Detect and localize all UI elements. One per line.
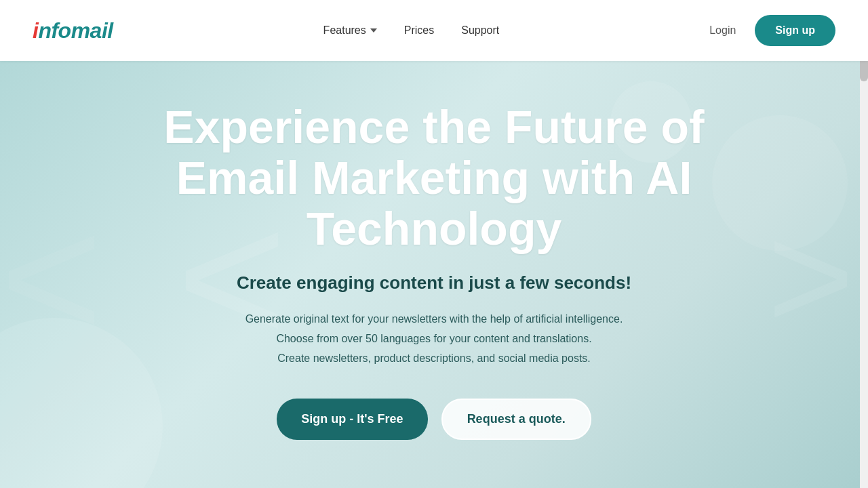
hero-title: Experience the Future of Email Marketing… [129,102,739,253]
support-link[interactable]: Support [461,24,499,36]
bg-arrow-left2: < [0,189,103,365]
navbar: infomail Features Prices Support Login S… [0,0,868,61]
login-link[interactable]: Login [709,24,736,37]
hero-subtitle: Create engaging content in just a few se… [237,272,631,293]
logo[interactable]: infomail [33,18,113,43]
hero-section: < < > Experience the Future of Email Mar… [0,61,868,488]
hero-desc-line-1: Generate original text for your newslett… [245,310,623,329]
nav-item-prices[interactable]: Prices [404,24,434,37]
nav-links: Features Prices Support [323,24,500,37]
prices-link[interactable]: Prices [404,24,434,36]
scrollbar-track[interactable] [860,0,868,488]
hero-desc-line-2: Choose from over 50 languages for your c… [245,329,623,349]
nav-item-features[interactable]: Features [323,24,377,37]
bg-shape-1 [0,318,163,488]
features-link[interactable]: Features [323,24,377,37]
hero-buttons: Sign up - It's Free Request a quote. [277,399,591,440]
signup-free-button[interactable]: Sign up - It's Free [277,399,427,440]
bg-arrow-right: > [768,203,854,352]
logo-text: infomail [33,18,113,43]
hero-description: Generate original text for your newslett… [245,310,623,368]
signup-nav-button[interactable]: Sign up [755,15,835,46]
request-quote-button[interactable]: Request a quote. [441,399,591,440]
nav-item-support[interactable]: Support [461,24,499,37]
nav-right: Login Sign up [709,15,835,46]
chevron-down-icon [370,28,377,33]
hero-desc-line-3: Create newsletters, product descriptions… [245,349,623,369]
